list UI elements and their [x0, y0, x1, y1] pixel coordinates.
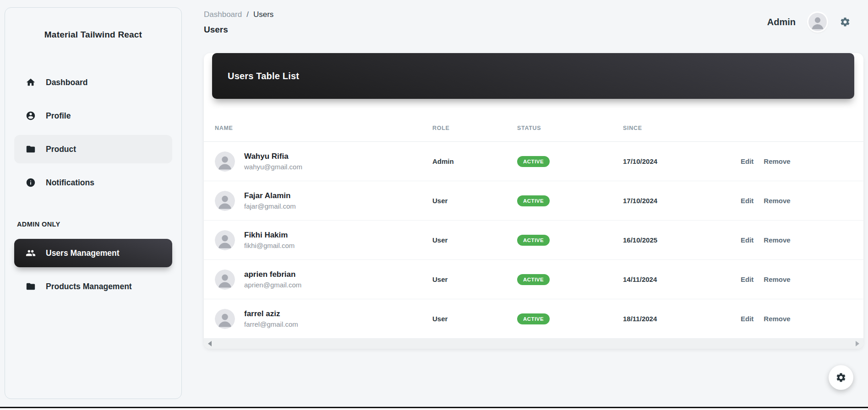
breadcrumb-dashboard[interactable]: Dashboard [204, 10, 242, 19]
user-avatar [215, 151, 235, 172]
sidebar-item-label: Products Management [46, 282, 132, 291]
status-badge: ACTIVE [517, 195, 550, 206]
remove-link[interactable]: Remove [764, 315, 790, 323]
user-role: User [432, 315, 517, 323]
user-email: wahyu@gmail.com [244, 163, 302, 171]
edit-link[interactable]: Edit [741, 275, 753, 283]
user-email: aprien@gmail.com [244, 281, 301, 289]
page-title: Users [204, 25, 273, 35]
column-header-name: NAME [215, 125, 432, 131]
sidebar-section-admin-only: ADMIN ONLY [17, 221, 172, 228]
table-row: Fajar Alamin fajar@gmail.com User ACTIVE… [204, 181, 863, 221]
edit-link[interactable]: Edit [741, 315, 753, 323]
card-header: Users Table List [212, 53, 854, 99]
edit-link[interactable]: Edit [741, 157, 753, 165]
user-name: Fikhi Hakim [244, 231, 295, 240]
breadcrumb-separator: / [246, 10, 249, 19]
table-row: aprien febrian aprien@gmail.com User ACT… [204, 260, 863, 299]
users-table-card: Users Table List NAME ROLE STATUS SINCE [204, 53, 863, 349]
main-content: Dashboard / Users Users Admin [182, 0, 868, 410]
topbar: Dashboard / Users Users Admin [204, 10, 863, 35]
table-header-row: NAME ROLE STATUS SINCE [204, 114, 863, 142]
sidebar-item-profile[interactable]: Profile [14, 102, 172, 130]
user-since: 17/10/2024 [623, 157, 741, 165]
settings-gear-icon[interactable] [840, 16, 851, 27]
user-name: farrel aziz [244, 309, 298, 318]
user-avatar [215, 270, 235, 290]
settings-fab-button[interactable] [829, 365, 853, 390]
user-avatar [215, 191, 235, 211]
status-badge: ACTIVE [517, 274, 550, 285]
status-badge: ACTIVE [517, 156, 550, 167]
table-row: farrel aziz farrel@gmail.com User ACTIVE… [204, 299, 863, 339]
sidebar-item-label: Profile [46, 111, 71, 121]
card-title: Users Table List [228, 71, 299, 81]
user-role: Admin [432, 157, 517, 165]
column-header-status: STATUS [517, 125, 623, 131]
user-avatar [215, 309, 235, 329]
person-icon [26, 111, 36, 121]
status-badge: ACTIVE [517, 235, 550, 246]
sidebar-item-notifications[interactable]: Notifications [14, 168, 172, 197]
remove-link[interactable]: Remove [764, 157, 790, 165]
admin-user-button[interactable]: Admin [767, 17, 796, 27]
sidebar-item-label: Dashboard [46, 78, 87, 87]
remove-link[interactable]: Remove [764, 197, 790, 205]
user-since: 16/10/2025 [623, 236, 741, 244]
user-name: Fajar Alamin [244, 191, 296, 200]
user-role: User [432, 275, 517, 283]
sidebar-item-label: Notifications [46, 178, 94, 188]
avatar[interactable] [808, 13, 827, 31]
home-icon [26, 77, 36, 87]
column-header-role: ROLE [432, 125, 517, 131]
status-badge: ACTIVE [517, 313, 550, 324]
folder-icon [26, 281, 36, 291]
gear-icon [835, 372, 846, 383]
sidebar-item-products-management[interactable]: Products Management [14, 272, 172, 301]
user-email: fikhi@gmail.com [244, 242, 295, 249]
user-email: farrel@gmail.com [244, 320, 298, 328]
column-header-since: SINCE [623, 125, 741, 131]
edit-link[interactable]: Edit [741, 197, 753, 205]
user-avatar [215, 230, 235, 250]
user-name: aprien febrian [244, 270, 301, 279]
edit-link[interactable]: Edit [741, 236, 753, 244]
breadcrumb: Dashboard / Users [204, 10, 273, 19]
user-since: 14/11/2024 [623, 275, 741, 283]
app-title: Material Tailwind React [14, 30, 172, 40]
scroll-right-arrow-icon[interactable] [856, 341, 859, 346]
remove-link[interactable]: Remove [764, 275, 790, 283]
sidebar-item-label: Product [46, 145, 76, 154]
user-name: Wahyu Rifia [244, 152, 302, 161]
sidebar: Material Tailwind React Dashboard Profil… [5, 7, 182, 399]
scroll-left-arrow-icon[interactable] [208, 341, 212, 346]
sidebar-item-dashboard[interactable]: Dashboard [14, 68, 172, 97]
user-email: fajar@gmail.com [244, 202, 296, 210]
remove-link[interactable]: Remove [764, 236, 790, 244]
topbar-user-block: Admin [767, 13, 863, 31]
user-since: 17/10/2024 [623, 197, 741, 205]
table-row: Fikhi Hakim fikhi@gmail.com User ACTIVE … [204, 221, 863, 260]
user-role: User [432, 197, 517, 205]
users-icon [26, 248, 36, 258]
folder-icon [26, 144, 36, 154]
info-icon [26, 178, 36, 188]
breadcrumb-users[interactable]: Users [253, 10, 273, 19]
user-since: 18/11/2024 [623, 315, 741, 323]
horizontal-scrollbar[interactable] [204, 339, 863, 349]
user-role: User [432, 236, 517, 244]
sidebar-item-product[interactable]: Product [14, 135, 172, 163]
sidebar-item-users-management[interactable]: Users Management [14, 239, 172, 267]
window-bottom-edge [0, 407, 868, 410]
sidebar-item-label: Users Management [46, 248, 119, 258]
table-row: Wahyu Rifia wahyu@gmail.com Admin ACTIVE… [204, 142, 863, 181]
